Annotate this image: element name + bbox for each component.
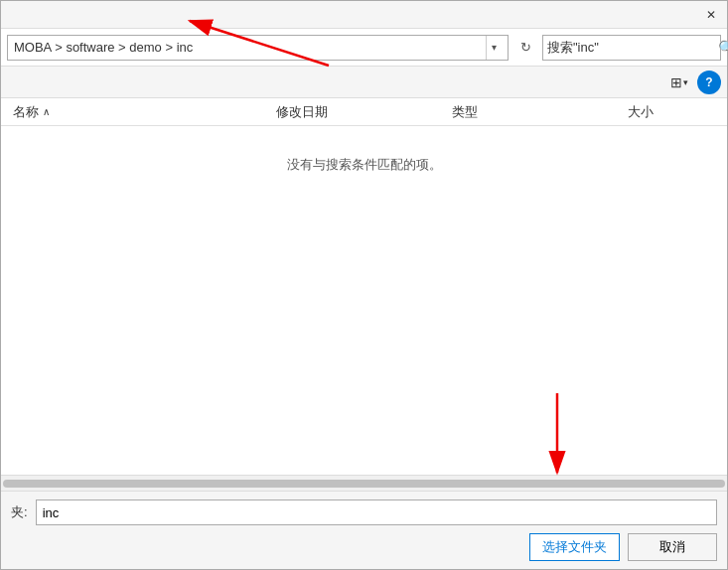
filename-label: 夹: <box>11 503 28 521</box>
col-date-header: 修改日期 <box>276 103 452 121</box>
bottom-area: 夹: 选择文件夹 取消 <box>1 491 727 569</box>
filename-row: 夹: <box>11 499 717 525</box>
view-button[interactable]: ⊞ ▾ <box>665 71 693 94</box>
col-type-header: 类型 <box>452 103 628 121</box>
close-button[interactable]: ✕ <box>699 4 723 26</box>
help-button[interactable]: ? <box>697 71 721 94</box>
empty-message: 没有与搜索条件匹配的项。 <box>287 156 442 174</box>
breadcrumb-text: MOBA > software > demo > inc <box>14 40 482 55</box>
col-size-header: 大小 <box>628 103 715 121</box>
view-icon: ⊞ <box>670 74 682 90</box>
file-list: 没有与搜索条件匹配的项。 <box>1 126 727 475</box>
select-folder-button[interactable]: 选择文件夹 <box>529 533 620 561</box>
column-headers: 名称 ∧ 修改日期 类型 大小 <box>1 98 727 126</box>
refresh-button[interactable]: ↻ <box>512 35 538 61</box>
cancel-button[interactable]: 取消 <box>628 533 717 561</box>
horizontal-scrollbar[interactable] <box>1 475 727 491</box>
filename-input[interactable] <box>36 499 717 525</box>
file-picker-dialog: ✕ MOBA > software > demo > inc ▾ ↻ 🔍 ⊞ ▾… <box>0 0 728 570</box>
scrollbar-track[interactable] <box>3 480 725 488</box>
breadcrumb-dropdown[interactable]: ▾ <box>486 36 502 60</box>
breadcrumb-area[interactable]: MOBA > software > demo > inc ▾ <box>7 35 509 61</box>
search-icon[interactable]: 🔍 <box>718 36 728 60</box>
buttons-row: 选择文件夹 取消 <box>11 533 717 561</box>
search-input[interactable] <box>543 40 718 55</box>
title-bar: ✕ <box>1 1 727 29</box>
toolbar: ⊞ ▾ ? <box>1 67 727 98</box>
sort-icon: ∧ <box>43 106 50 117</box>
view-dropdown-icon: ▾ <box>683 77 688 87</box>
address-bar: MOBA > software > demo > inc ▾ ↻ 🔍 <box>1 29 727 67</box>
search-area: 🔍 <box>542 35 721 61</box>
col-name-header[interactable]: 名称 ∧ <box>13 103 276 121</box>
